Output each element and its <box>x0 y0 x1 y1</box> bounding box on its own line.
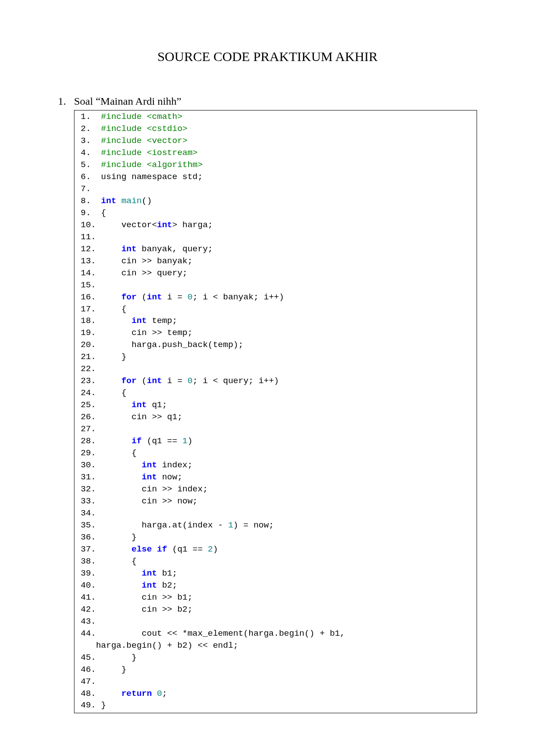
code-token: harga.at(index - <box>101 520 228 530</box>
line-number <box>81 641 86 650</box>
code-token: index; <box>157 460 193 470</box>
code-token <box>116 196 121 206</box>
code-token: #include <algorithm> <box>101 160 203 170</box>
code-token: #include <cmath> <box>101 112 182 122</box>
code-line: 49. } <box>81 699 470 711</box>
code-line: 25. int q1; <box>81 399 470 411</box>
code-token: ; i < query; i++) <box>193 376 279 386</box>
line-number: 11. <box>81 232 101 242</box>
code-token: else if <box>132 544 167 554</box>
code-line: 2. #include <cstdio> <box>81 123 470 135</box>
code-token <box>101 544 132 554</box>
code-token: int <box>147 292 162 302</box>
code-token: int <box>121 244 136 254</box>
code-line: 21. } <box>81 351 470 363</box>
line-number: 29. <box>81 448 101 458</box>
code-token: { <box>101 208 106 218</box>
line-number: 24. <box>81 388 101 398</box>
code-token: int <box>157 220 172 230</box>
code-token <box>152 689 157 699</box>
code-token: } <box>101 653 137 662</box>
line-number: 7. <box>81 184 101 194</box>
document-page: SOURCE CODE PRAKTIKUM AKHIR 1. Soal “Mai… <box>0 0 535 756</box>
code-token: cin >> query; <box>101 268 188 278</box>
code-token: i = <box>162 292 187 302</box>
code-token: cout << *max_element(harga.begin() + b1, <box>101 629 345 638</box>
line-number: 33. <box>81 496 101 506</box>
code-line: 12. int banyak, query; <box>81 243 470 255</box>
code-line: 11. <box>81 231 470 243</box>
line-number: 2. <box>81 124 101 134</box>
section-label: Soal “Mainan Ardi nihh” <box>74 95 181 107</box>
code-token: cin >> b2; <box>101 605 193 614</box>
code-line: 48. return 0; <box>81 688 470 700</box>
line-number: 12. <box>81 244 101 254</box>
code-token: q1; <box>147 400 167 410</box>
code-line: 33. cin >> now; <box>81 495 470 507</box>
code-token: int <box>101 196 116 206</box>
code-token: int <box>142 568 157 578</box>
code-line: 14. cin >> query; <box>81 267 470 279</box>
code-line: 30. int index; <box>81 459 470 471</box>
code-line: 35. harga.at(index - 1) = now; <box>81 519 470 531</box>
line-number: 48. <box>81 689 101 699</box>
line-number: 1. <box>81 112 101 122</box>
code-token: } <box>101 352 127 362</box>
code-token <box>101 376 122 386</box>
code-token: vector< <box>101 220 157 230</box>
code-line: 40. int b2; <box>81 580 470 592</box>
line-number: 5. <box>81 160 101 170</box>
line-number: 16. <box>81 292 101 302</box>
line-number: 45. <box>81 653 101 662</box>
code-token: (q1 == <box>167 544 208 554</box>
line-number: 49. <box>81 700 101 710</box>
line-number: 27. <box>81 424 101 434</box>
code-line: 22. <box>81 363 470 375</box>
code-line: 4. #include <iostream> <box>81 147 470 159</box>
code-token <box>101 244 122 254</box>
code-line: 28. if (q1 == 1) <box>81 435 470 447</box>
code-token <box>101 316 132 326</box>
line-number: 18. <box>81 316 101 326</box>
code-token: cin >> temp; <box>101 328 193 338</box>
section-number: 1. <box>58 95 74 107</box>
code-token: #include <vector> <box>101 136 188 146</box>
code-line: 34. <box>81 507 470 519</box>
code-token <box>101 292 122 302</box>
line-number: 14. <box>81 268 101 278</box>
code-line: 37. else if (q1 == 2) <box>81 544 470 556</box>
code-line: harga.begin() + b2) << endl; <box>81 640 470 652</box>
code-token: #include <iostream> <box>101 148 198 158</box>
line-number: 20. <box>81 340 101 350</box>
code-line: 13. cin >> banyak; <box>81 255 470 267</box>
line-number: 4. <box>81 148 101 158</box>
line-number: 42. <box>81 605 101 614</box>
code-token: cin >> b1; <box>101 593 193 602</box>
line-number: 44. <box>81 629 101 638</box>
line-number: 40. <box>81 580 101 590</box>
code-line: 18. int temp; <box>81 315 470 327</box>
code-token: } <box>101 665 127 674</box>
code-token: 0 <box>157 689 162 699</box>
code-token: 0 <box>187 376 192 386</box>
line-number: 26. <box>81 412 101 422</box>
line-number: 8. <box>81 196 101 206</box>
line-number: 19. <box>81 328 101 338</box>
code-token: int <box>147 376 162 386</box>
code-line: 19. cin >> temp; <box>81 327 470 339</box>
line-number: 23. <box>81 376 101 386</box>
code-token: b1; <box>157 568 177 578</box>
code-line: 39. int b1; <box>81 568 470 580</box>
code-line: 20. harga.push_back(temp); <box>81 339 470 351</box>
line-number: 28. <box>81 436 101 446</box>
code-line: 44. cout << *max_element(harga.begin() +… <box>81 628 470 640</box>
code-line: 46. } <box>81 664 470 676</box>
code-token: ; i < banyak; i++) <box>193 292 284 302</box>
code-token <box>101 689 122 699</box>
code-line: 7. <box>81 183 470 195</box>
line-number: 38. <box>81 556 101 566</box>
code-token: 1 <box>182 436 187 446</box>
code-line: 9. { <box>81 207 470 219</box>
line-number: 30. <box>81 460 101 470</box>
code-token: cin >> now; <box>101 496 198 506</box>
